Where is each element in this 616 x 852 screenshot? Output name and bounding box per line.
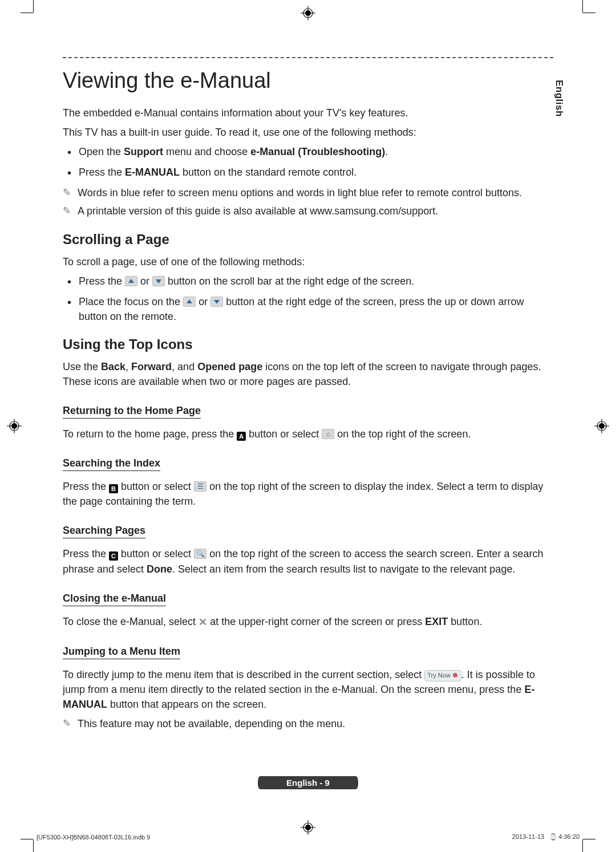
section-text: To directly jump to the menu item that i… <box>63 667 553 712</box>
page-number-badge: English - 9 <box>258 776 358 789</box>
print-meta-left: [UF5300-XH]BN68-04808T-03L16.indb 9 <box>37 834 150 841</box>
close-subsection: Closing the e-Manual To close the e-Manu… <box>63 581 553 630</box>
arrow-up-icon <box>183 297 196 307</box>
list-item: Press the or button on the scroll bar at… <box>79 274 553 289</box>
text: button or select <box>118 481 194 492</box>
text: Press the <box>63 481 109 492</box>
close-icon: ✕ <box>198 615 207 630</box>
text: on the top right of the screen. <box>334 428 471 440</box>
note-icon: ✎ <box>63 717 71 731</box>
crop-mark <box>583 13 595 13</box>
page-title: Viewing the e-Manual <box>63 68 553 93</box>
jump-subsection: Jumping to a Menu Item To directly jump … <box>63 634 553 731</box>
crop-mark <box>33 0 34 13</box>
note-icon: ✎ <box>63 204 71 218</box>
text: Press the <box>79 167 125 178</box>
text: , <box>125 361 131 372</box>
section-text: Use the Back, Forward, and Opened page i… <box>63 359 553 389</box>
section-text: To close the e-Manual, select ✕ at the u… <box>63 614 553 630</box>
language-tab: English <box>553 80 565 117</box>
remote-c-button-icon: C <box>109 551 118 561</box>
intro-text: This TV has a built-in user guide. To re… <box>63 125 553 140</box>
text: To close the e-Manual, select <box>63 616 198 627</box>
registration-mark-icon <box>7 419 22 433</box>
text-bold: Forward <box>131 361 172 372</box>
top-icons-section: Using the Top Icons Use the Back, Forwar… <box>63 336 553 731</box>
text-bold: Done <box>147 563 172 575</box>
section-text: To scroll a page, use of one of the foll… <box>63 254 553 269</box>
text: Place the focus on the <box>79 296 183 307</box>
text: button or select <box>118 548 194 559</box>
text: Open the <box>79 146 124 157</box>
scroll-section: Scrolling a Page To scroll a page, use o… <box>63 232 553 324</box>
note: ✎ A printable version of this guide is a… <box>63 204 553 218</box>
list-item: Press the E-MANUAL button on the standar… <box>79 165 553 180</box>
subheading: Closing the e-Manual <box>63 593 166 606</box>
home-icon: ⌂ <box>322 429 334 439</box>
clock-icon: ⌚ <box>549 833 557 840</box>
text-bold: EXIT <box>425 616 448 627</box>
print-time: 4:36:20 <box>558 833 579 840</box>
note-text: A printable version of this guide is als… <box>78 204 438 218</box>
text: at the upper-right corner of the screen … <box>207 616 425 627</box>
text-bold: Support <box>124 146 163 157</box>
note-text: Words in blue refer to screen menu optio… <box>78 185 522 200</box>
note: ✎ Words in blue refer to screen menu opt… <box>63 185 553 200</box>
section-heading: Using the Top Icons <box>63 336 553 352</box>
text-bold: e-Manual (Troubleshooting) <box>250 146 385 157</box>
arrow-down-icon <box>152 276 165 286</box>
print-date: 2013-11-13 <box>512 833 544 840</box>
subheading: Searching Pages <box>63 525 145 538</box>
text: Use the <box>63 361 101 372</box>
subheading: Returning to the Home Page <box>63 405 201 419</box>
text: button on the scroll bar at the right ed… <box>165 275 414 287</box>
registration-mark-icon <box>301 820 315 835</box>
note-text: This feature may not be available, depen… <box>78 716 345 731</box>
search-icon: 🔍 <box>194 549 206 559</box>
text-bold: E-MANUAL <box>125 167 180 178</box>
intro-section: The embedded e-Manual contains informati… <box>63 106 553 219</box>
print-meta-right: 2013-11-13 ⌚4:36:20 <box>512 833 579 841</box>
crop-mark <box>21 13 33 13</box>
crop-mark <box>33 839 34 852</box>
page-footer: English - 9 <box>63 776 553 789</box>
text: button. <box>448 616 482 627</box>
text: , and <box>172 361 197 372</box>
intro-bullets: Open the Support menu and choose e-Manua… <box>63 144 553 180</box>
text: or <box>196 296 210 307</box>
section-divider <box>63 57 553 58</box>
remote-b-button-icon: B <box>109 484 118 493</box>
index-icon: ☰ <box>194 481 206 492</box>
remote-a-button-icon: A <box>237 432 246 441</box>
intro-text: The embedded e-Manual contains informati… <box>63 106 553 120</box>
text: Press the <box>63 548 109 559</box>
text: Press the <box>79 275 125 287</box>
scroll-bullets: Press the or button on the scroll bar at… <box>63 274 553 324</box>
crop-mark <box>583 839 595 839</box>
text: . Select an item from the search results… <box>172 563 515 575</box>
arrow-up-icon <box>125 276 137 286</box>
page-content: English Viewing the e-Manual The embedde… <box>63 57 553 784</box>
search-subsection: Searching Pages Press the C button or se… <box>63 513 553 576</box>
section-text: Press the C button or select 🔍 on the to… <box>63 546 553 576</box>
crop-mark <box>582 839 583 852</box>
section-text: To return to the home page, press the A … <box>63 427 553 441</box>
text: To directly jump to the menu item that i… <box>63 669 424 680</box>
text: To return to the home page, press the <box>63 428 237 440</box>
index-subsection: Searching the Index Press the B button o… <box>63 446 553 509</box>
text: or <box>137 275 152 287</box>
section-text: Press the B button or select ☰ on the to… <box>63 479 553 509</box>
text: button on the standard remote control. <box>180 167 356 178</box>
registration-mark-icon <box>301 6 315 21</box>
arrow-down-icon <box>210 297 223 307</box>
text: . <box>385 146 388 157</box>
crop-mark <box>21 839 33 839</box>
note: ✎ This feature may not be available, dep… <box>63 716 553 731</box>
text: menu and choose <box>163 146 250 157</box>
note-icon: ✎ <box>63 186 71 200</box>
text: button or select <box>246 428 322 440</box>
try-now-button-icon: Try Now <box>424 670 461 681</box>
list-item: Place the focus on the or button at the … <box>79 294 553 324</box>
text: button that appears on the screen. <box>107 699 266 710</box>
home-subsection: Returning to the Home Page To return to … <box>63 393 553 441</box>
